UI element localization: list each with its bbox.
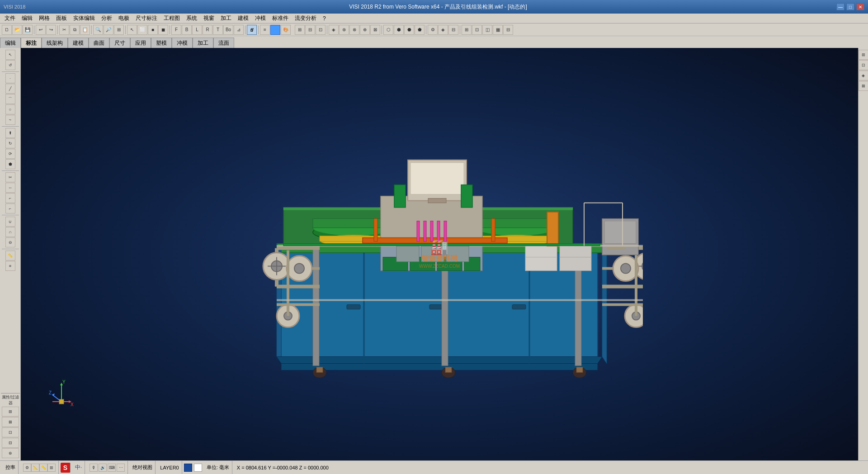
menu-drawing[interactable]: 工程图: [161, 14, 183, 23]
tb-right[interactable]: R: [203, 25, 212, 35]
side-revolve[interactable]: ↻: [5, 138, 15, 148]
tb-plane3[interactable]: ⊡: [316, 25, 326, 35]
status-icon-3[interactable]: 📏: [39, 464, 47, 472]
side-trim[interactable]: ✂: [5, 172, 15, 182]
side-loft[interactable]: ⬟: [5, 159, 15, 169]
tb-back[interactable]: B: [182, 25, 192, 35]
right-tb-2[interactable]: ⊡: [859, 60, 868, 70]
tb-plane1[interactable]: ⊞: [295, 25, 305, 35]
side-filter3[interactable]: ⊡: [2, 427, 19, 437]
tab-flow[interactable]: 流面: [213, 38, 234, 48]
menu-help[interactable]: ?: [320, 14, 329, 23]
side-extrude[interactable]: ⬆: [5, 128, 15, 138]
tb-iso[interactable]: ⊿: [234, 25, 244, 35]
side-filter2[interactable]: ⊠: [2, 417, 19, 427]
tb-front[interactable]: F: [171, 25, 181, 35]
status-color2[interactable]: [194, 464, 202, 472]
side-filter4[interactable]: ⊟: [2, 438, 19, 448]
tb-paste[interactable]: 📋: [80, 25, 90, 35]
side-select[interactable]: ↖: [5, 50, 15, 60]
menu-standard[interactable]: 标准件: [269, 14, 291, 23]
menu-machining[interactable]: 加工: [218, 14, 234, 23]
status-vol[interactable]: 🔊: [99, 464, 107, 472]
menu-modeling[interactable]: 建模: [235, 14, 251, 23]
tb-solid[interactable]: ■: [148, 25, 158, 35]
menu-view[interactable]: 视窗: [201, 14, 217, 23]
tab-die[interactable]: 冲模: [172, 38, 193, 48]
side-line[interactable]: ╱: [5, 84, 15, 94]
status-kb[interactable]: ⌨: [108, 464, 116, 472]
tb-zoom-out[interactable]: 🔎: [104, 25, 113, 35]
status-icon-4[interactable]: ⊞: [47, 464, 56, 472]
right-tb-4[interactable]: ⊠: [859, 81, 868, 91]
status-icon-2[interactable]: 📐: [31, 464, 39, 472]
tab-mold[interactable]: 塑模: [151, 38, 172, 48]
tab-wireframe[interactable]: 线架构: [42, 38, 68, 48]
side-point[interactable]: ·: [5, 73, 15, 83]
tb-misc9[interactable]: ⬟: [415, 25, 425, 35]
tb-new[interactable]: 🗋: [2, 25, 12, 35]
tb-misc7[interactable]: ⬢: [394, 25, 404, 35]
tb-misc6[interactable]: ⬡: [383, 25, 393, 35]
tb-zoom-in[interactable]: 🔍: [93, 25, 103, 35]
side-rotate[interactable]: ↺: [5, 60, 15, 70]
menu-analysis[interactable]: 分析: [99, 14, 115, 23]
side-extend[interactable]: ↔: [5, 183, 15, 193]
tb-select[interactable]: ↖: [127, 25, 137, 35]
tb-misc2[interactable]: ⊛: [339, 25, 349, 35]
main-viewport[interactable]: 🏭 智造资料网 WWW.ZZCAD.COM Y X Z: [21, 48, 858, 460]
menu-flow[interactable]: 流变分析: [292, 14, 319, 23]
tb-sys3[interactable]: ◫: [482, 25, 492, 35]
tb-left[interactable]: L: [192, 25, 202, 35]
menu-file[interactable]: 文件: [2, 14, 18, 23]
tb-sys1[interactable]: ⊞: [462, 25, 472, 35]
tab-dimension[interactable]: 尺寸: [109, 38, 130, 48]
menu-edit[interactable]: 编辑: [19, 14, 35, 23]
tb-ti[interactable]: tI: [247, 25, 257, 35]
tb-view-wire[interactable]: ⊟: [448, 25, 458, 35]
right-tb-3[interactable]: ◈: [859, 71, 868, 81]
side-spline[interactable]: ~: [5, 115, 15, 125]
status-icon-1[interactable]: ⚙: [23, 464, 31, 472]
menu-dim[interactable]: 尺寸标注: [133, 14, 160, 23]
restore-button[interactable]: □: [846, 3, 854, 10]
tb-sys5[interactable]: ⊟: [503, 25, 513, 35]
side-layer[interactable]: ≡: [5, 261, 15, 271]
tb-misc8[interactable]: ⬣: [404, 25, 414, 35]
status-color1[interactable]: [184, 464, 192, 472]
side-chamfer[interactable]: ⌐: [5, 204, 15, 213]
tab-edit[interactable]: 编辑: [0, 38, 21, 48]
tb-open[interactable]: 📂: [12, 25, 22, 35]
side-measure[interactable]: 📏: [5, 251, 15, 261]
tb-shade[interactable]: ◼: [158, 25, 168, 35]
tb-misc4[interactable]: ⊕: [360, 25, 370, 35]
side-subtract[interactable]: ⊖: [5, 237, 15, 247]
menu-panel[interactable]: 面板: [53, 14, 70, 23]
tb-sys4[interactable]: ▦: [493, 25, 503, 35]
tb-view-persp[interactable]: ◈: [438, 25, 448, 35]
side-fillet[interactable]: ⌐: [5, 193, 15, 203]
tb-zoom-fit[interactable]: ⊞: [114, 25, 124, 35]
menu-solid-edit[interactable]: 实体编辑: [71, 14, 98, 23]
side-filter1[interactable]: ⊞: [2, 407, 19, 417]
tb-misc3[interactable]: ⊗: [349, 25, 359, 35]
tb-misc1[interactable]: ◈: [329, 25, 339, 35]
side-union[interactable]: ∪: [5, 217, 15, 227]
menu-grid[interactable]: 网格: [36, 14, 52, 23]
right-tb-1[interactable]: ⊞: [859, 50, 868, 60]
status-mic[interactable]: 🎙: [90, 464, 98, 472]
menu-system[interactable]: 系统: [184, 14, 200, 23]
tb-layers[interactable]: ≡: [260, 25, 270, 35]
tb-color[interactable]: [270, 25, 280, 35]
tb-save[interactable]: 💾: [23, 25, 33, 35]
tb-view-cfg[interactable]: ⚙: [428, 25, 438, 35]
tb-redo[interactable]: ↪: [46, 25, 56, 35]
status-s-icon[interactable]: S: [61, 463, 71, 473]
close-button[interactable]: ✕: [856, 3, 864, 10]
side-sweep[interactable]: ⟳: [5, 149, 15, 159]
side-intersect[interactable]: ∩: [5, 227, 15, 237]
tab-machining[interactable]: 加工: [193, 38, 213, 48]
tab-annotate[interactable]: 标注: [21, 38, 42, 48]
tb-plane2[interactable]: ⊟: [305, 25, 315, 35]
tb-wire[interactable]: ⬜: [137, 25, 147, 35]
